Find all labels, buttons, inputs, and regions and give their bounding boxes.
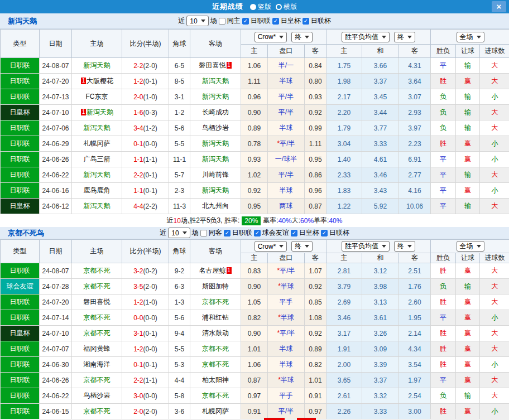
table-row: 日职联24-06-26广岛三箭1-1(1-1)11-1新泻天鹅0.93一/球半0… — [1, 152, 509, 167]
wdl-result-cell: 平 — [431, 58, 456, 74]
home-odds-cell: 1.11 — [241, 74, 268, 89]
goals-result-cell: 大 — [480, 199, 509, 214]
fulltime-score: 4-4 — [133, 202, 143, 210]
select-value: 终 — [295, 32, 301, 42]
home-odds-cell: 0.87 — [241, 373, 268, 388]
home-team-cell: 广岛三箭 — [72, 152, 122, 167]
home-team-cell: 新泻天鹅 — [72, 120, 122, 136]
league-checkbox[interactable] — [242, 18, 249, 25]
match-count-select[interactable]: 10 — [186, 16, 208, 26]
chevron-down-icon — [305, 36, 309, 38]
match-type-cell: 日职联 — [1, 89, 40, 105]
home-team-cell: 京都不死 — [72, 404, 122, 419]
away-team-cell: 札幌冈萨 — [190, 404, 241, 419]
filter-controls: 近10场同客日职联球会友谊日皇杯日联杯 — [160, 228, 349, 238]
halftime-score: (0-2) — [143, 267, 157, 275]
header-row-selects: 类型日期主场比分(半场)角球客场Crow*终胜平负均值终全场 — [1, 30, 509, 45]
fulltime-score: 2-0 — [133, 93, 143, 101]
handicap-value: 半球 — [281, 376, 294, 384]
result-scope-select[interactable]: 全场 — [457, 241, 484, 252]
league-checkbox[interactable] — [302, 18, 309, 25]
away-team-cell: 名古屋鲸1 — [190, 263, 241, 279]
fulltime-score: 0-0 — [133, 314, 143, 322]
chevron-down-icon — [407, 36, 412, 38]
handicap-cell: 平/半 — [268, 404, 305, 419]
mean-draw-cell: 3.77 — [362, 120, 399, 136]
away-team-name: 新泻天鹅 — [202, 77, 229, 85]
away-odds-cell: 0.97 — [305, 404, 326, 419]
mean-away-cell: 3.07 — [399, 89, 431, 105]
chevron-down-icon — [201, 20, 205, 22]
table-row: 日职联24-06-30湘南海洋0-1(0-1)5-3京都不死1.06半球0.82… — [1, 357, 509, 373]
home-odds-cell: 1.06 — [241, 58, 268, 74]
corner-cell: 8-5 — [169, 74, 190, 89]
league-checkbox[interactable] — [224, 230, 231, 236]
mean-away-cell: 2.14 — [399, 326, 431, 341]
goals-result-cell: 小 — [480, 152, 509, 167]
home-team-name: 新泻天鹅 — [84, 202, 111, 210]
handicap-value: 平/半 — [278, 108, 294, 116]
odds-time-select[interactable]: 终 — [291, 241, 313, 252]
home-team-name: 新泻天鹅 — [84, 171, 111, 178]
layout-radio-group: 竖版横版 — [246, 2, 297, 12]
corner-cell: 6-3 — [169, 279, 190, 295]
home-team-name: 札幌冈萨 — [84, 139, 111, 147]
league-checkbox[interactable] — [291, 230, 297, 236]
table-row: 日职联24-06-26京都不死2-2(1-1)4-4柏太阳神0.87*半球1.0… — [1, 373, 509, 388]
mean-type-select[interactable]: 胜平负均值 — [342, 241, 390, 252]
handicap-result-cell: 赢 — [456, 136, 480, 152]
away-team-name: 新泻天鹅 — [202, 93, 229, 100]
home-odds-cell: 0.82 — [241, 310, 268, 326]
score-cell: 3-5(2-0) — [122, 279, 169, 295]
layout-radio-selected[interactable] — [250, 4, 256, 10]
match-count-select[interactable]: 10 — [168, 228, 190, 238]
section-header-band: 新泻天鹅近10场同主日职联日皇杯日联杯 — [0, 13, 509, 29]
result-scope-select[interactable]: 全场 — [457, 32, 484, 42]
same-venue-checkbox[interactable] — [200, 230, 207, 236]
handicap-result-cell: 赢 — [456, 152, 480, 167]
away-odds-cell: 0.86 — [305, 167, 326, 183]
close-button[interactable]: × — [492, 1, 506, 12]
same-venue-checkbox[interactable] — [219, 18, 225, 25]
results-table: 类型日期主场比分(半场)角球客场Crow*终胜平负均值终全场主盘口客主和客胜负让… — [0, 239, 509, 419]
league-checkbox-label: 日皇杯 — [299, 228, 319, 238]
date-cell: 24-06-30 — [40, 357, 72, 373]
away-team-name: 斯图加特 — [202, 282, 229, 290]
odds-time-select[interactable]: 终 — [291, 32, 313, 42]
column-header: 客场 — [190, 30, 241, 58]
date-cell: 24-07-20 — [40, 295, 72, 310]
league-checkbox[interactable] — [321, 230, 328, 236]
mean-home-cell: 2.61 — [326, 388, 362, 404]
home-odds-cell: 0.83 — [241, 263, 268, 279]
date-cell: 24-07-28 — [40, 279, 72, 295]
layout-radio-unselected[interactable] — [276, 4, 282, 10]
section-summary: 近10场,胜2平5负3, 胜率:20%赢率:40% 大:60% 单率:40% — [0, 214, 509, 227]
handicap-result-cell: 赢 — [456, 310, 480, 326]
table-row: 日皇杯24-06-12新泻天鹅4-4(2-2)11-3北九州向0.95两球0.8… — [1, 199, 509, 214]
away-team-cell: 柏太阳神 — [190, 373, 241, 388]
league-checkbox-label: 日皇杯 — [281, 16, 301, 26]
home-team-name: 磐田喜悦 — [84, 298, 111, 306]
halftime-score: (0-0) — [143, 314, 157, 322]
away-odds-cell: 0.96 — [305, 183, 326, 199]
away-team-name: 京都不死 — [202, 345, 229, 353]
away-team-cell: 磐田喜悦1 — [190, 58, 241, 74]
mean-time-select[interactable]: 终 — [394, 32, 415, 42]
home-odds-cell: 0.92 — [241, 183, 268, 199]
handicap-cell: 半球 — [268, 74, 305, 89]
odds-source-select[interactable]: Crow* — [254, 241, 287, 252]
mean-time-select[interactable]: 终 — [394, 241, 415, 252]
league-checkbox[interactable] — [272, 18, 279, 25]
match-type-cell: 日皇杯 — [1, 199, 40, 214]
handicap-cell: 半/一 — [268, 58, 305, 74]
handicap-cell: *平/半 — [268, 136, 305, 152]
table-row: 日职联24-06-29札幌冈萨0-1(0-0)5-5新泻天鹅0.78*平/半1.… — [1, 136, 509, 152]
handicap-result-cell: 赢 — [456, 74, 480, 89]
mean-type-select[interactable]: 胜平负均值 — [342, 32, 390, 42]
mean-draw-cell: 3.98 — [362, 279, 399, 295]
score-cell: 3-0(0-0) — [122, 388, 169, 404]
chevron-down-icon — [477, 245, 481, 248]
odds-source-select[interactable]: Crow* — [254, 32, 287, 42]
halftime-score: (2-0) — [143, 283, 157, 291]
league-checkbox[interactable] — [254, 230, 261, 236]
